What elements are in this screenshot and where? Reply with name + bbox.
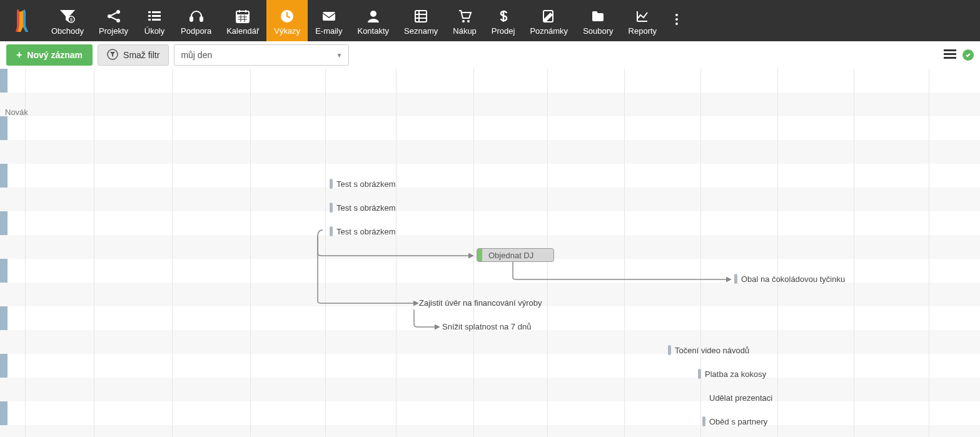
svg-rect-6 [152, 11, 161, 13]
svg-rect-38 [944, 57, 956, 59]
nav-podpora[interactable]: Podpora [173, 0, 219, 41]
task-row[interactable]: Snížit splatnost na 7 dnů [442, 321, 531, 331]
nav-nakup[interactable]: Nákup [445, 0, 484, 41]
filter-clear-icon [107, 49, 118, 62]
task-handle[interactable] [734, 274, 737, 284]
svg-point-29 [462, 20, 465, 23]
nav-seznamy[interactable]: Seznamy [397, 0, 445, 41]
svg-rect-37 [944, 53, 956, 55]
task-handle[interactable] [330, 203, 333, 213]
task-handle[interactable] [668, 345, 671, 355]
svg-rect-12 [200, 17, 203, 21]
svg-point-34 [675, 23, 678, 25]
list-menu-icon[interactable] [944, 48, 956, 63]
chevron-down-icon: ▼ [336, 52, 342, 59]
envelope-icon [321, 8, 336, 25]
top-nav: $ Obchody Projekty Úkoly Podpora Kalendá… [0, 0, 980, 41]
svg-point-33 [675, 18, 678, 21]
folder-icon [590, 8, 605, 25]
svg-rect-8 [152, 15, 161, 17]
task-row[interactable]: Zajistit úvěr na financování výroby [419, 298, 542, 308]
nav-emaily[interactable]: E-maily [308, 0, 350, 41]
nav-kontakty[interactable]: Kontakty [350, 0, 397, 41]
share-icon [106, 8, 121, 25]
list-grid-icon [413, 8, 428, 25]
task-row[interactable]: Test s obrázkem [330, 203, 396, 213]
dollar-icon [496, 8, 511, 25]
checklist-icon [147, 8, 162, 25]
task-handle[interactable] [477, 249, 482, 261]
task-row[interactable]: Obal na čokoládovou tyčinku [734, 274, 845, 284]
llama-icon [12, 8, 32, 33]
svg-point-30 [467, 20, 470, 23]
nav-more[interactable] [664, 0, 689, 41]
clock-icon [280, 8, 295, 25]
nav-prodej[interactable]: Prodej [484, 0, 523, 41]
nav-reporty[interactable]: Reporty [621, 0, 665, 41]
svg-point-32 [675, 14, 678, 16]
nav-obchody[interactable]: $ Obchody [44, 0, 91, 41]
cart-icon [457, 8, 472, 25]
user-label: Novák [5, 108, 28, 117]
funnel-icon: $ [59, 8, 76, 25]
nav-kalendar[interactable]: Kalendář [219, 0, 266, 41]
new-record-button[interactable]: + Nový záznam [6, 44, 93, 66]
task-handle[interactable] [698, 369, 701, 379]
chart-icon [635, 8, 650, 25]
task-handle[interactable] [702, 416, 705, 426]
gantt-area: Novák Test s obrázkem Test s obrázkem Te… [0, 69, 980, 437]
nav-soubory[interactable]: Soubory [575, 0, 620, 41]
svg-text:$: $ [70, 18, 73, 22]
svg-rect-25 [415, 11, 427, 22]
svg-rect-11 [190, 17, 193, 21]
app-logo[interactable] [0, 0, 44, 41]
calendar-icon [235, 8, 250, 25]
task-handle[interactable] [330, 179, 333, 189]
task-row[interactable]: Platba za kokosy [698, 369, 766, 379]
task-handle[interactable] [330, 226, 333, 236]
task-row[interactable]: Oběd s partnery [702, 416, 767, 426]
svg-rect-9 [148, 19, 151, 21]
clear-filter-button[interactable]: Smaž filtr [98, 44, 169, 66]
nav-projekty[interactable]: Projekty [91, 0, 136, 41]
task-row[interactable]: Točení video návodů [668, 345, 749, 355]
edit-icon [542, 8, 557, 25]
svg-rect-36 [944, 49, 956, 51]
nav-poznamky[interactable]: Poznámky [522, 0, 575, 41]
nav-vykazy[interactable]: Výkazy [266, 0, 308, 41]
task-row[interactable]: Udělat prezentaci [709, 393, 772, 403]
svg-rect-7 [148, 15, 151, 17]
more-vertical-icon [675, 13, 679, 28]
filter-select-value: můj den [181, 50, 212, 60]
svg-point-24 [370, 11, 376, 17]
plus-icon: + [16, 49, 22, 61]
sync-status-ok[interactable] [962, 49, 974, 61]
svg-rect-23 [323, 12, 335, 21]
task-row-selected[interactable]: Objednat DJ [477, 248, 554, 262]
nav-ukoly[interactable]: Úkoly [136, 0, 173, 41]
svg-rect-10 [152, 19, 161, 21]
person-icon [366, 8, 381, 25]
task-row[interactable]: Test s obrázkem [330, 179, 396, 189]
headset-icon [189, 8, 204, 25]
svg-rect-5 [148, 11, 151, 13]
filter-select[interactable]: můj den ▼ [174, 44, 349, 66]
task-row[interactable]: Test s obrázkem [330, 226, 396, 236]
toolbar: + Nový záznam Smaž filtr můj den ▼ [0, 41, 980, 69]
